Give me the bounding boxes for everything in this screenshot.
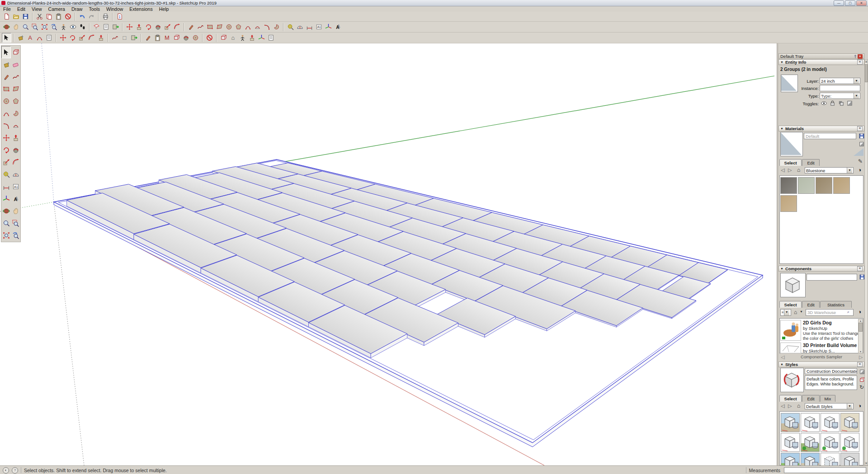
menu-view[interactable]: View — [28, 6, 45, 12]
material-swatch-5[interactable] — [780, 195, 797, 212]
styles-tab-mix[interactable]: Mix — [820, 395, 835, 402]
materials-tab-select[interactable]: Select — [779, 159, 802, 166]
chevron-down-icon[interactable]: ▼ — [854, 93, 859, 99]
rotate-tool-button[interactable] — [144, 22, 153, 32]
3d-text-tool-button[interactable] — [11, 192, 20, 205]
tray-title-bar[interactable]: Default Tray ✕ — [778, 53, 864, 59]
eraser-tool-button[interactable] — [11, 58, 20, 70]
plugin-arc-tool-button[interactable] — [35, 33, 44, 42]
materials-forward-icon[interactable]: ▷ — [788, 167, 792, 173]
menu-tools[interactable]: Tools — [85, 6, 103, 12]
export-tool-button[interactable] — [111, 22, 120, 32]
axes-tool-button[interactable] — [324, 22, 333, 32]
plugin-box-tool-button[interactable]: □ — [120, 33, 129, 42]
zoom-previous-tool-button[interactable] — [49, 22, 59, 32]
components-scrollbar[interactable]: ▲▼ — [858, 319, 863, 353]
erase-tool-button[interactable] — [63, 12, 73, 21]
undo-tool-button[interactable] — [77, 12, 87, 21]
styles-tab-select[interactable]: Select — [779, 395, 802, 402]
polygon-tool-button[interactable] — [11, 95, 20, 107]
chevron-down-icon[interactable]: ▼ — [784, 310, 789, 315]
walk-tool-button[interactable] — [78, 22, 87, 32]
section-plane-tool-button[interactable] — [92, 22, 101, 32]
redo-tool-button[interactable] — [87, 12, 96, 21]
chevron-down-icon[interactable]: ▼ — [847, 404, 852, 409]
offset-tool-button[interactable] — [11, 156, 20, 168]
style-thumb-4[interactable] — [840, 413, 859, 432]
zoom-tool-button[interactable] — [1, 217, 11, 229]
plugin-rotate-tool-button[interactable] — [68, 33, 77, 42]
measurements-input[interactable] — [784, 467, 866, 473]
axes-tool-button[interactable] — [1, 192, 11, 205]
select-tool-button[interactable] — [1, 46, 11, 58]
plugin-mark-tool-button[interactable]: M — [162, 33, 172, 42]
follow-me-tool-button[interactable] — [153, 22, 163, 32]
plugin-paint-tool-button[interactable] — [16, 33, 25, 42]
help-icon[interactable]: ? — [12, 467, 18, 474]
style-thumb-2[interactable] — [801, 413, 820, 432]
type-dropdown[interactable]: Type: ▼ — [820, 93, 860, 99]
menu-file[interactable]: File — [0, 6, 14, 12]
line-tool-button[interactable] — [1, 70, 11, 83]
menu-camera[interactable]: Camera — [45, 6, 68, 12]
scroll-down-icon[interactable]: ▼ — [865, 462, 868, 465]
component-item-thumbnail[interactable] — [780, 343, 801, 353]
push-pull-tool-button[interactable] — [134, 22, 144, 32]
zoom-extents-tool-button[interactable] — [1, 229, 11, 241]
text-tool-button[interactable] — [314, 22, 324, 32]
menu-draw[interactable]: Draw — [68, 6, 86, 12]
tape-measure-tool-button[interactable] — [1, 168, 11, 180]
minimize-button[interactable]: — — [834, 0, 844, 6]
material-name-input[interactable] — [804, 133, 856, 139]
zoom-window-tool-button[interactable] — [30, 22, 40, 32]
maximize-button[interactable]: ▢ — [845, 0, 855, 6]
plugin-follow-tool-button[interactable] — [181, 33, 191, 42]
components-home-icon[interactable]: ⌂ — [794, 309, 797, 315]
3d-text-tool-button[interactable] — [333, 22, 343, 32]
protractor-tool-button[interactable] — [295, 22, 305, 32]
materials-back-icon[interactable]: ◁ — [781, 167, 784, 173]
components-tab-select[interactable]: Select — [779, 301, 802, 308]
styles[interactable]: ▼ Styles ✕ — [778, 361, 864, 367]
chevron-down-icon[interactable]: ▼ — [847, 168, 852, 173]
plugin-doc-tool-button[interactable] — [266, 33, 276, 42]
orbit-tool-button[interactable] — [2, 22, 11, 32]
menu-extensions[interactable]: Extensions — [126, 6, 156, 12]
styles-tab-edit[interactable]: Edit — [802, 395, 820, 402]
move-tool-button[interactable] — [1, 131, 11, 144]
zoom-extents-tool-button[interactable] — [40, 22, 49, 32]
layer-dropdown[interactable]: 24 inch▼ — [820, 78, 860, 84]
position-camera-tool-button[interactable] — [59, 22, 68, 32]
scale-tool-button[interactable] — [1, 156, 11, 168]
three-point-arc-tool-button[interactable] — [1, 119, 11, 131]
scale-tool-button[interactable] — [163, 22, 172, 32]
plugin-axes-tool-button[interactable] — [257, 33, 266, 42]
select-tool-button[interactable] — [2, 33, 11, 42]
text-tool-button[interactable] — [11, 180, 20, 192]
components-prev-icon[interactable]: ◁ — [781, 354, 784, 360]
plugin-move-tool-button[interactable] — [58, 33, 68, 42]
components[interactable]: ▼ Components ✕ — [778, 266, 864, 272]
plugin-erase-tool-button[interactable] — [205, 33, 214, 42]
style-thumb-3[interactable] — [821, 413, 840, 432]
plugin-pencil-tool-button[interactable] — [143, 33, 153, 42]
line-tool-button[interactable] — [186, 22, 196, 32]
model-viewport[interactable] — [0, 43, 777, 465]
collapse-icon[interactable]: ▼ — [780, 127, 783, 130]
plugin-cube-tool-button[interactable] — [219, 33, 228, 42]
components-tab-edit[interactable]: Edit — [802, 301, 820, 308]
plugin-offset-tool-button[interactable] — [87, 33, 96, 42]
tray-scrollbar[interactable]: ▲ ▼ — [864, 59, 868, 465]
collapse-icon[interactable]: ▼ — [780, 363, 783, 366]
cut-tool-button[interactable] — [35, 12, 44, 21]
entity-info-close-icon[interactable]: ✕ — [857, 60, 863, 65]
material-swatch-4[interactable] — [833, 177, 850, 194]
collapse-icon[interactable]: ▼ — [780, 267, 783, 270]
pin-icon[interactable] — [853, 54, 858, 59]
paste-tool-button[interactable] — [54, 12, 63, 21]
plugin-pushpull-tool-button[interactable] — [96, 33, 106, 42]
menu-edit[interactable]: Edit — [14, 6, 28, 12]
style-name-field[interactable]: Construction Documentation St — [805, 368, 857, 374]
plugin-label-tool-button[interactable]: A — [25, 33, 35, 42]
styles-collection-dropdown[interactable]: Default Styles▼ — [805, 403, 854, 409]
